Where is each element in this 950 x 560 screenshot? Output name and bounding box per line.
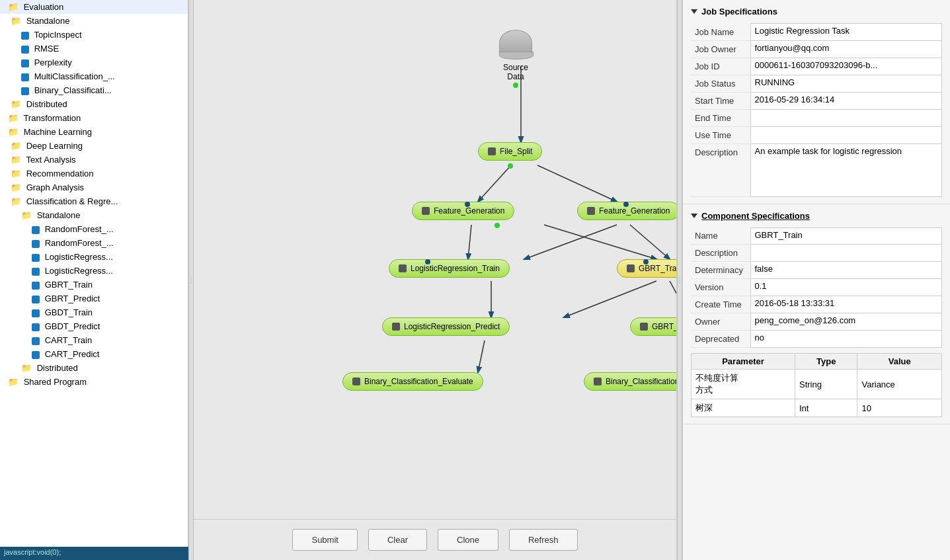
sidebar-item-gbrt-train[interactable]: GBRT_Train: [0, 278, 188, 292]
sidebar-item-distributed-ml[interactable]: 📁 Distributed: [0, 361, 188, 375]
logistic-train-label: LogisticRegression_Train: [411, 264, 500, 273]
param-header-row: Parameter Type Value: [692, 354, 942, 370]
folder-icon: 📁: [11, 169, 21, 179]
folder-icon: 📁: [11, 141, 21, 151]
node-box-icon: [594, 378, 602, 385]
bottom-toolbar: Submit Clear Clone Refresh: [194, 519, 676, 560]
sidebar-item-logistic2[interactable]: LogisticRegress...: [0, 264, 188, 278]
sidebar-item-topicinspect[interactable]: TopicInspect: [0, 28, 188, 42]
sidebar-item-cart-train[interactable]: CART_Train: [0, 333, 188, 347]
node-icon: [32, 268, 40, 276]
gbrt-predict-node[interactable]: GBRT_Predict: [630, 317, 676, 336]
logistic-train-node[interactable]: LogisticRegression_Train: [389, 259, 510, 278]
sidebar-item-cart-predict[interactable]: CART_Predict: [0, 347, 188, 361]
logistic-predict-node[interactable]: LogisticRegression_Predict: [382, 317, 510, 336]
sidebar-item-shared-program[interactable]: 📁 Shared Program: [0, 375, 188, 389]
job-owner-row: Job Owner fortianyou@qq.com: [691, 40, 942, 58]
node-icon: [32, 351, 40, 359]
folder-icon: 📁: [8, 377, 19, 387]
job-id-row: Job ID 0000611-160307093203096-b...: [691, 58, 942, 75]
sidebar-item-graph-analysis[interactable]: 📁 Graph Analysis: [0, 180, 188, 194]
job-status-row: Job Status RUNNING: [691, 75, 942, 92]
svg-line-2: [537, 165, 617, 202]
sidebar-item-standalone-ml[interactable]: 📁 Standalone: [0, 208, 188, 222]
folder-icon: 📁: [11, 196, 21, 206]
sidebar-item-rmse[interactable]: RMSE: [0, 42, 188, 56]
sidebar-item-rf1[interactable]: RandomForest_...: [0, 222, 188, 236]
binary-eval-2-label: Binary_Classification_Evaluate: [606, 377, 676, 386]
sidebar-item-recommendation[interactable]: 📁 Recommendation: [0, 167, 188, 180]
sidebar-item-distributed-eval[interactable]: 📁 Distributed: [0, 97, 188, 111]
right-resize-handle[interactable]: ⋮: [677, 0, 682, 560]
sidebar-item-gbdt-predict[interactable]: GBDT_Predict: [0, 319, 188, 333]
param-table: Parameter Type Value 不纯度计算方式 String Vari…: [691, 353, 942, 417]
status-bar: javascript:void(0);: [0, 547, 188, 560]
comp-desc-row: Description: [691, 245, 942, 262]
node-icon: [32, 226, 40, 234]
binary-eval-1-label: Binary_Classification_Evaluate: [364, 377, 473, 386]
node-icon: [32, 240, 40, 248]
sidebar: 📁 Evaluation 📁 Standalone TopicInspect R…: [0, 0, 188, 560]
node-box-icon: [392, 323, 400, 331]
node-icon: [32, 282, 40, 290]
sidebar-item-transformation[interactable]: 📁 Transformation: [0, 111, 188, 125]
sidebar-item-text-analysis[interactable]: 📁 Text Analysis: [0, 153, 188, 167]
sidebar-item-binary-class[interactable]: Binary_Classificati...: [0, 83, 188, 97]
sidebar-item-logistic1[interactable]: LogisticRegress...: [0, 250, 188, 264]
node-box-icon: [587, 207, 595, 215]
comp-deprecated-row: Deprecated no: [691, 331, 942, 348]
left-resize-handle[interactable]: ⋮: [188, 0, 194, 560]
node-icon: [21, 32, 29, 40]
binary-eval-1-node[interactable]: Binary_Classification_Evaluate: [342, 372, 483, 391]
collapse-icon[interactable]: [691, 214, 697, 218]
sidebar-item-multiclass[interactable]: MultiClassification_...: [0, 69, 188, 83]
binary-eval-2-node[interactable]: Binary_Classification_Evaluate: [584, 372, 676, 391]
folder-icon: 📁: [21, 363, 32, 373]
sidebar-item-evaluation[interactable]: 📁 Evaluation: [0, 0, 188, 14]
sidebar-item-perplexity[interactable]: Perplexity: [0, 56, 188, 69]
sidebar-item-deep-learning[interactable]: 📁 Deep Learning: [0, 139, 188, 153]
param-row-2: 树深 Int 10: [692, 399, 942, 417]
submit-button[interactable]: Submit: [292, 529, 357, 551]
source-data-label: SourceData: [499, 63, 532, 81]
clear-button[interactable]: Clear: [368, 529, 427, 551]
refresh-button[interactable]: Refresh: [509, 529, 578, 551]
connector-3: [465, 202, 470, 207]
collapse-icon[interactable]: [691, 9, 697, 14]
gbrt-predict-label: GBRT_Predict: [652, 322, 676, 331]
sidebar-item-rf2[interactable]: RandomForest_...: [0, 236, 188, 250]
node-box-icon: [488, 147, 496, 155]
clone-button[interactable]: Clone: [438, 529, 498, 551]
comp-det-row: Determinacy false: [691, 262, 942, 279]
job-specs-table: Job Name Logistic Regression Task Job Ow…: [691, 23, 942, 197]
connector-5: [425, 259, 430, 264]
comp-specs-section: Component Specifications Name GBRT_Train…: [683, 204, 950, 425]
sidebar-item-standalone-eval[interactable]: 📁 Standalone: [0, 14, 188, 28]
node-box-icon: [640, 323, 648, 331]
sidebar-item-machine-learning[interactable]: 📁 Machine Learning: [0, 125, 188, 139]
svg-line-3: [468, 225, 471, 259]
sidebar-item-gbdt-train[interactable]: GBDT_Train: [0, 305, 188, 319]
database-icon: [499, 30, 532, 54]
folder-icon: 📁: [8, 113, 19, 123]
folder-icon: 📁: [11, 155, 21, 165]
sidebar-item-gbrt-predict[interactable]: GBRT_Predict: [0, 292, 188, 305]
node-icon: [32, 296, 40, 303]
folder-icon: 📁: [11, 182, 21, 192]
svg-line-4: [630, 225, 670, 259]
node-box-icon: [399, 264, 407, 272]
svg-line-5: [544, 225, 656, 259]
description-row: Description An example task for logistic…: [691, 143, 942, 196]
feature-gen-1-node[interactable]: Feature_Generation: [412, 202, 514, 220]
source-data-node[interactable]: SourceData: [499, 30, 532, 88]
workflow-canvas[interactable]: SourceData File_Split Feature_Generation…: [194, 0, 676, 519]
node-icon: [21, 87, 29, 95]
feature-gen-2-label: Feature_Generation: [599, 206, 670, 216]
sidebar-item-classification[interactable]: 📁 Classification & Regre...: [0, 194, 188, 208]
job-name-row: Job Name Logistic Regression Task: [691, 24, 942, 41]
connector-6: [643, 259, 649, 264]
file-split-node[interactable]: File_Split: [478, 142, 542, 161]
use-time-row: Use Time: [691, 126, 942, 143]
start-time-row: Start Time 2016-05-29 16:34:14: [691, 92, 942, 109]
logistic-predict-label: LogisticRegression_Predict: [404, 322, 500, 331]
